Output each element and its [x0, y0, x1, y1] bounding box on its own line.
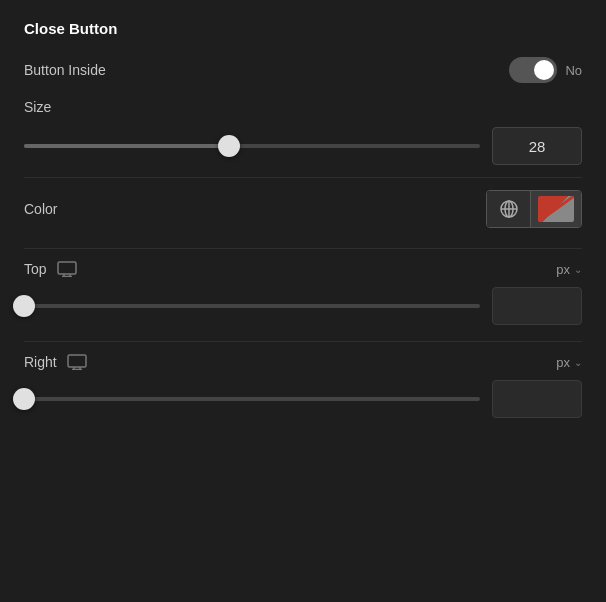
right-section: Right px ⌄ — [24, 354, 582, 418]
top-chevron-icon: ⌄ — [574, 264, 582, 275]
right-unit-label: px — [556, 355, 570, 370]
right-slider-thumb[interactable] — [13, 388, 35, 410]
top-slider-thumb[interactable] — [13, 295, 35, 317]
size-slider-track — [24, 144, 480, 148]
top-value-input[interactable] — [492, 287, 582, 325]
top-section: Top px ⌄ — [24, 261, 582, 325]
size-label: Size — [24, 99, 582, 115]
top-left: Top — [24, 261, 77, 277]
top-unit-dropdown[interactable]: px ⌄ — [556, 262, 582, 277]
size-section: Size — [24, 99, 582, 165]
size-slider-thumb[interactable] — [218, 135, 240, 157]
right-unit-dropdown[interactable]: px ⌄ — [556, 355, 582, 370]
color-label: Color — [24, 201, 57, 217]
divider-3 — [24, 341, 582, 342]
right-chevron-icon: ⌄ — [574, 357, 582, 368]
top-label: Top — [24, 261, 47, 277]
section-title: Close Button — [24, 20, 582, 37]
color-picker-wrapper[interactable] — [486, 190, 582, 228]
color-swatch[interactable] — [531, 190, 581, 228]
toggle-text: No — [565, 63, 582, 78]
svg-line-4 — [538, 196, 574, 222]
top-slider-track — [24, 304, 480, 308]
right-slider-container[interactable] — [24, 387, 480, 411]
svg-rect-9 — [68, 355, 86, 367]
toggle-wrapper: No — [509, 57, 582, 83]
button-inside-label: Button Inside — [24, 62, 106, 78]
svg-rect-5 — [58, 262, 76, 274]
right-header: Right px ⌄ — [24, 354, 582, 370]
top-slider-container[interactable] — [24, 294, 480, 318]
color-globe-button[interactable] — [487, 190, 531, 228]
right-slider-row — [24, 380, 582, 418]
top-slider-row — [24, 287, 582, 325]
right-monitor-icon — [67, 354, 87, 370]
slash-icon — [538, 196, 574, 222]
size-number-input[interactable] — [492, 127, 582, 165]
color-section: Color — [24, 190, 582, 228]
divider-1 — [24, 177, 582, 178]
button-inside-toggle[interactable] — [509, 57, 557, 83]
size-slider-fill — [24, 144, 229, 148]
color-row: Color — [24, 190, 582, 228]
right-label: Right — [24, 354, 57, 370]
divider-2 — [24, 248, 582, 249]
right-value-input[interactable] — [492, 380, 582, 418]
color-swatch-inner — [538, 196, 574, 222]
size-slider-row — [24, 127, 582, 165]
toggle-knob — [534, 60, 554, 80]
button-inside-row: Button Inside No — [24, 57, 582, 83]
top-header: Top px ⌄ — [24, 261, 582, 277]
top-monitor-icon — [57, 261, 77, 277]
globe-icon — [499, 199, 519, 219]
size-slider-container[interactable] — [24, 134, 480, 158]
top-unit-label: px — [556, 262, 570, 277]
right-slider-track — [24, 397, 480, 401]
right-left: Right — [24, 354, 87, 370]
